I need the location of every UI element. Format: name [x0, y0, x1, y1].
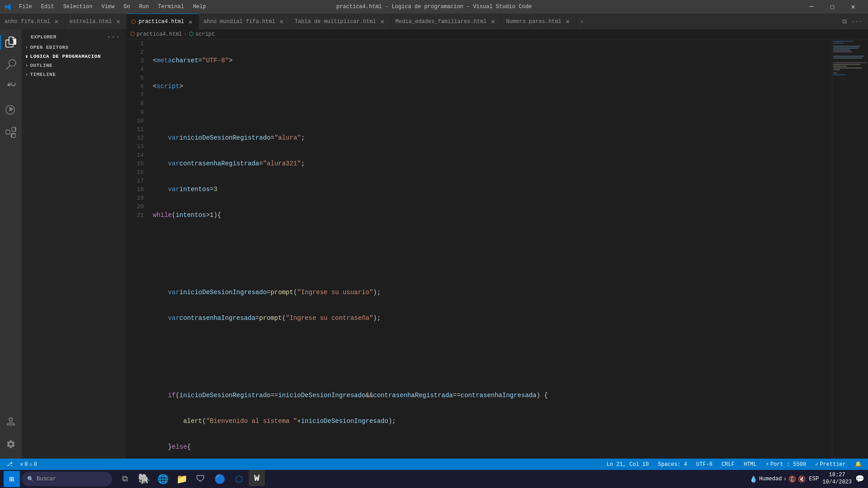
code-line-11: var contrasenhaIngresada = prompt("Ingre… [153, 314, 832, 323]
line-num-10: 10 [126, 117, 144, 125]
taskbar-app-edge[interactable]: 🌐 [154, 470, 172, 488]
tab-estrella[interactable]: estrella.html ✕ [65, 14, 127, 29]
menu-edit[interactable]: Edit [38, 3, 58, 11]
statusbar-left: ⎇ ✕ 0 ⚠ 0 [5, 459, 39, 470]
start-button[interactable]: ⊞ [4, 471, 20, 487]
warning-number: 0 [34, 461, 37, 468]
minimize-button[interactable]: ─ [801, 0, 822, 14]
notifications-button[interactable]: 💬 [855, 474, 864, 483]
outline-header[interactable]: › OUTLINE [22, 61, 126, 70]
warning-icon: ⚠ [29, 461, 32, 468]
tab-close-icon[interactable]: ✕ [187, 18, 194, 25]
cursor-position[interactable]: Ln 21, Col 10 [605, 459, 651, 470]
tab-media-edades[interactable]: Media_edades_familiares.html ✕ [391, 14, 502, 29]
git-branch-indicator[interactable]: ⎇ [5, 459, 14, 470]
explorer-activity-icon[interactable] [0, 31, 22, 53]
language-text: ESP [809, 476, 819, 482]
tab-close-icon[interactable]: ✕ [278, 18, 285, 25]
error-count[interactable]: ✕ 0 ⚠ 0 [18, 459, 39, 470]
menu-view[interactable]: View [98, 3, 118, 11]
clock[interactable]: 18:27 10/4/2023 [822, 472, 852, 486]
menu-run[interactable]: Run [136, 3, 153, 11]
taskbar-app-chrome[interactable]: 🔵 [211, 470, 229, 488]
menu-selection[interactable]: Selection [60, 3, 96, 11]
sound-icon[interactable]: 🔇 [798, 475, 806, 483]
logica-label: LOGICA DE PROGRAMACION [30, 54, 101, 59]
line-num-4: 4 [126, 65, 144, 74]
split-editor-icon[interactable]: ⧉ [840, 18, 849, 25]
prettier-indicator[interactable]: ✓ Prettier [813, 459, 848, 470]
tab-close-icon[interactable]: ✕ [564, 18, 571, 25]
code-text[interactable]: <meta charset="UTF-8"> <script> var inic… [148, 39, 832, 459]
logica-header[interactable]: ∨ LOGICA DE PROGRAMACION [22, 52, 126, 61]
sidebar-more-icon[interactable]: ··· [107, 33, 120, 41]
tab-close-icon[interactable]: ✕ [379, 18, 386, 25]
code-editor[interactable]: 1 2 3 4 5 6 7 8 9 10 11 12 13 14 15 16 1… [126, 39, 868, 459]
statusbar-right: Ln 21, Col 10 Spaces: 4 UTF-8 CRLF HTML … [605, 459, 863, 470]
breadcrumb-file[interactable]: practica4.html [137, 31, 182, 38]
taskbar-search[interactable]: 🔍 Buscar [22, 472, 112, 486]
menu-terminal[interactable]: Terminal [154, 3, 188, 11]
code-line-6: var intentos = 3 [153, 185, 832, 194]
extensions-activity-icon[interactable] [0, 122, 22, 143]
notification-icon[interactable]: 🔔 [853, 459, 863, 470]
tab-label: estrella.html [70, 19, 112, 25]
taskbar-app-taskview[interactable]: ⧉ [116, 470, 134, 488]
indentation[interactable]: Spaces: 4 [656, 459, 689, 470]
settings-icon[interactable] [0, 433, 22, 455]
line-num-1: 1 [126, 39, 144, 48]
error-number: 0 [24, 461, 28, 468]
taskbar-app-vscode2[interactable]: ⬡ [230, 470, 248, 488]
source-control-activity-icon[interactable] [0, 76, 22, 98]
logica-section: ∨ LOGICA DE PROGRAMACION [22, 52, 126, 61]
open-editors-header[interactable]: › OPEN EDITORS [22, 43, 126, 52]
tab-tabla-multiplicar[interactable]: Tabla de multiplicar.html ✕ [290, 14, 391, 29]
timeline-header[interactable]: › TIMELINE [22, 70, 126, 79]
encoding[interactable]: UTF-8 [694, 459, 714, 470]
tray-expand-icon[interactable]: ∧ [784, 476, 787, 482]
line-num-11: 11 [126, 125, 144, 134]
close-button[interactable]: ✕ [843, 0, 863, 14]
run-activity-icon[interactable] [0, 99, 22, 121]
vscode-logo-icon [5, 3, 12, 10]
menu-file[interactable]: File [15, 3, 36, 11]
taskbar-app-folder[interactable]: 📁 [173, 470, 191, 488]
taskbar-right: 💧 Humedad ∧ 📵 🔇 ESP 18:27 10/4/2023 💬 [750, 472, 864, 486]
live-server-port[interactable]: ⚡ Port : 5500 [764, 459, 808, 470]
maximize-button[interactable]: ☐ [822, 0, 843, 14]
titlebar-left: File Edit Selection View Go Run Terminal… [5, 3, 210, 11]
activity-bar [0, 29, 22, 459]
search-activity-icon[interactable] [0, 54, 22, 75]
window-controls: ─ ☐ ✕ [801, 0, 863, 14]
language-indicator[interactable]: ESP [809, 476, 819, 482]
line-num-15: 15 [126, 160, 144, 168]
taskbar-app-w[interactable]: W [249, 470, 265, 486]
more-actions-icon[interactable]: ··· [849, 18, 864, 25]
menu-help[interactable]: Help [189, 3, 210, 11]
tab-ahno-mundial[interactable]: ahno mundial fifa.html ✕ [199, 14, 290, 29]
accounts-icon[interactable] [0, 411, 22, 432]
open-editors-label: OPEN EDITORS [30, 45, 69, 50]
code-line-12 [153, 340, 832, 348]
menu-go[interactable]: Go [120, 3, 133, 11]
status-bar: ⎇ ✕ 0 ⚠ 0 Ln 21, Col 10 Spaces: 4 UTF-8 … [0, 459, 868, 470]
bell-icon: 🔔 [855, 461, 862, 468]
network-icon2[interactable]: 📵 [788, 475, 796, 483]
tab-close-icon[interactable]: ✕ [114, 18, 122, 25]
tab-close-icon[interactable]: ✕ [53, 18, 60, 25]
network-icon[interactable]: 💧 [750, 475, 757, 483]
line-ending[interactable]: CRLF [720, 459, 736, 470]
chevron-down-icon: ∨ [25, 54, 28, 59]
language-mode[interactable]: HTML [742, 459, 759, 470]
prettier-text: Prettier [820, 461, 846, 468]
breadcrumb-section[interactable]: script [195, 31, 215, 38]
tab-numero-pares[interactable]: Numero pares.html ✕ [501, 14, 576, 29]
tab-label: practica4.html [138, 19, 184, 25]
taskbar-app-elephant[interactable]: 🐘 [135, 470, 153, 488]
tab-practica4[interactable]: ⬡ practica4.html ✕ [127, 14, 199, 29]
time-display: 18:27 [822, 472, 852, 479]
tab-anho-fifa[interactable]: anho fifa.html ✕ [0, 14, 65, 29]
tab-close-icon[interactable]: ✕ [489, 18, 496, 25]
taskbar-app-avast[interactable]: 🛡 [192, 470, 210, 488]
tab-overflow-button[interactable]: › [576, 18, 587, 25]
